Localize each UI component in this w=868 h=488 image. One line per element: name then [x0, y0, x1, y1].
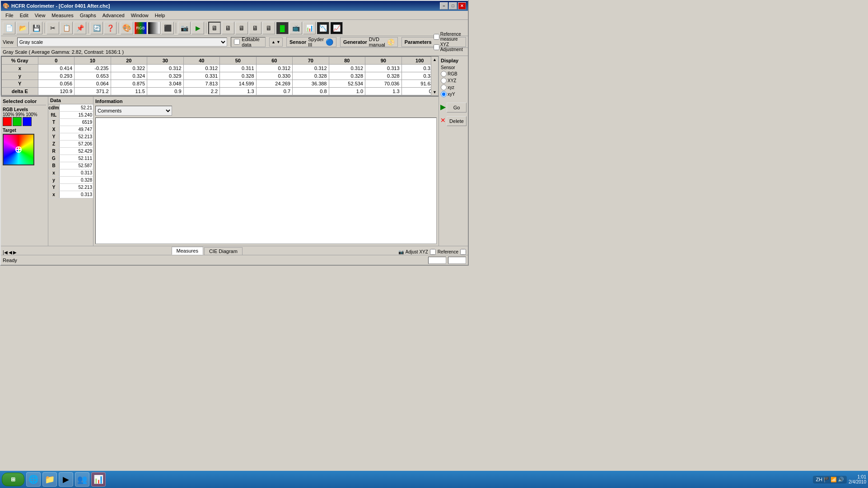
menu-item-advanced[interactable]: Advanced — [100, 12, 127, 19]
target-display — [3, 134, 34, 165]
gradient-button[interactable] — [148, 22, 160, 34]
taskbar-ie-icon[interactable]: 🌐 — [26, 472, 41, 487]
go-button[interactable]: Go — [447, 103, 467, 113]
toolbar-separator-1 — [44, 23, 45, 33]
cell-r2-c6: 24.269 — [256, 80, 293, 88]
table-wrapper[interactable]: % Gray 0 10 20 30 40 50 60 70 80 90 100 — [1, 56, 439, 96]
xyz-adjustment-checkbox[interactable] — [434, 44, 439, 50]
color-wheel-button[interactable]: 🎨 — [121, 22, 133, 34]
new-button[interactable]: 📄 — [3, 22, 15, 34]
col-header-70: 70 — [293, 57, 329, 65]
cell-r1-c2: 0.324 — [111, 72, 147, 80]
display-rgb-option[interactable]: RGB — [441, 71, 466, 77]
arrow-down-icon[interactable]: ▼ — [276, 40, 280, 44]
xyy-radio[interactable] — [441, 91, 447, 97]
rgb-percentage: 100% 99% 100% — [3, 112, 46, 117]
col-header-20: 20 — [111, 57, 147, 65]
tab-first-icon[interactable]: |◀ — [3, 250, 8, 255]
menu-item-file[interactable]: File — [3, 12, 16, 19]
xyz-radio[interactable] — [441, 78, 447, 84]
cell-r3-c3: 0.9 — [147, 88, 184, 95]
taskbar-folder-icon[interactable]: 📁 — [42, 472, 57, 487]
taskbar-colorimeter-icon[interactable]: 📊 — [91, 472, 106, 487]
taskbar-people-icon[interactable]: 👥 — [75, 472, 89, 487]
close-button[interactable]: ✕ — [458, 2, 466, 9]
crosshair-h — [16, 149, 21, 150]
cut-button[interactable]: ✂ — [47, 22, 59, 34]
monitor-5-button[interactable]: 🖥 — [262, 22, 275, 34]
display-xyy-option[interactable]: xyY — [441, 91, 466, 97]
pattern-button[interactable]: ⬛ — [161, 22, 174, 34]
open-button[interactable]: 📂 — [16, 22, 29, 34]
refresh-button[interactable]: 🔄 — [90, 22, 103, 34]
scroll-up-arrow[interactable]: ▲ — [433, 57, 437, 62]
menu-item-view[interactable]: View — [32, 12, 48, 19]
restore-button[interactable]: □ — [449, 2, 457, 9]
data-key-2: T — [48, 119, 60, 126]
display-xyz-lower-option[interactable]: xyz — [441, 84, 466, 90]
menu-item-edit[interactable]: Edit — [17, 12, 31, 19]
comments-select[interactable]: Comments Details Summary — [95, 106, 172, 116]
paste-button[interactable]: 📌 — [74, 22, 86, 34]
row-label-x: x — [2, 65, 38, 72]
monitor-7-button[interactable]: 📺 — [289, 22, 302, 34]
status-input-2[interactable] — [448, 257, 466, 264]
save-button[interactable]: 💾 — [30, 22, 42, 34]
generator-icon[interactable]: 📀 — [387, 38, 395, 46]
status-bar: Ready — [1, 255, 468, 265]
tab-cie-diagram[interactable]: CIE Diagram — [204, 247, 243, 255]
view-select[interactable]: Gray scale — [17, 38, 227, 47]
editable-data-checkbox[interactable] — [234, 39, 240, 45]
cell-r2-c1: 0.064 — [75, 80, 111, 88]
crosshair-circle — [15, 146, 22, 153]
monitor-9-button[interactable]: 📉 — [317, 22, 329, 34]
data-val-8: 52.587 — [60, 162, 93, 169]
color-swatches — [3, 117, 46, 126]
parameters-label: Parameters — [405, 39, 432, 45]
monitor-3-button[interactable]: 🖥 — [235, 22, 248, 34]
tab-prev-icon[interactable]: ◀ — [9, 250, 12, 255]
monitor-10-button[interactable]: 📈 — [330, 22, 343, 34]
taskbar-media-icon[interactable]: ▶ — [59, 472, 73, 487]
camera-button[interactable]: 📷 — [178, 22, 191, 34]
window-title: HCFR Colorimeter - [Color 0401 After.chc… — [11, 3, 110, 9]
reference-measure-checkbox[interactable] — [434, 34, 439, 40]
monitor-8-button[interactable]: 📊 — [303, 22, 316, 34]
tray-locale: ZH — [816, 477, 822, 482]
monitor-2-button[interactable]: 🖥 — [222, 22, 234, 34]
menu-item-graphs[interactable]: Graphs — [77, 12, 99, 19]
generator-value: DVD manual — [369, 37, 385, 47]
delete-button[interactable]: Delete — [447, 116, 467, 126]
display-xyz-option[interactable]: XYZ — [441, 78, 466, 84]
tab-measures[interactable]: Measures — [172, 247, 203, 255]
rgb-button[interactable]: RGB — [134, 22, 147, 34]
tab-next-icon[interactable]: ▶ — [13, 250, 17, 255]
monitor-6-button[interactable]: ▓ — [276, 22, 289, 34]
xyz-lower-radio[interactable] — [441, 84, 447, 90]
cell-r0-c0: 0.414 — [38, 65, 75, 72]
info-button[interactable]: ❓ — [104, 22, 117, 34]
menu-item-window[interactable]: Window — [128, 12, 151, 19]
sensor-icon[interactable]: 🔵 — [326, 38, 333, 46]
start-button[interactable]: ⊞ — [2, 473, 24, 486]
data-row-6: R 52.429 — [48, 148, 93, 155]
data-rows-container: cd/m 52.21 ftL 15.240 T 6519 X 49.747 Y … — [48, 104, 93, 198]
play-button[interactable]: ▶ — [191, 22, 204, 34]
cell-r0-c8: 0.312 — [329, 65, 365, 72]
menu-item-help[interactable]: Help — [152, 12, 168, 19]
rgb-radio[interactable] — [441, 71, 447, 77]
monitor-1-button[interactable]: 🖥 — [208, 22, 221, 34]
minimize-button[interactable]: − — [440, 2, 448, 9]
adjust-xyz-checkbox[interactable] — [430, 249, 436, 255]
status-input-1[interactable] — [428, 257, 446, 264]
reference-checkbox[interactable] — [460, 249, 466, 255]
rgb-levels-label: RGB Levels — [3, 107, 46, 112]
scroll-down-arrow[interactable]: ▼ — [433, 90, 437, 94]
arrow-up-icon[interactable]: ▲ — [271, 40, 275, 44]
monitor-4-button[interactable]: 🖥 — [249, 22, 261, 34]
table-scrollbar[interactable]: ▲ ▼ — [431, 56, 438, 95]
copy-button[interactable]: 📋 — [60, 22, 73, 34]
menu-item-measures[interactable]: Measures — [49, 12, 76, 19]
tray-volume-icon[interactable]: 🔊 — [838, 477, 844, 483]
data-val-7: 52.111 — [60, 155, 93, 162]
